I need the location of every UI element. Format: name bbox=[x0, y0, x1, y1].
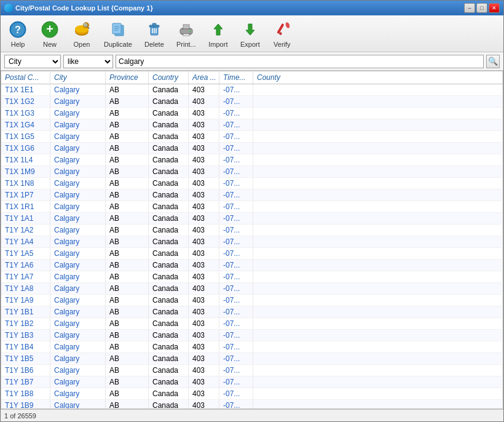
close-button[interactable]: ✕ bbox=[489, 3, 500, 13]
cell-postal[interactable]: T1Y 1A7 bbox=[1, 271, 50, 282]
cell-city[interactable]: Calgary bbox=[50, 225, 106, 236]
cell-postal[interactable]: T1X 1G5 bbox=[1, 131, 50, 142]
open-button[interactable]: 🔍 Open bbox=[68, 18, 95, 49]
col-header-country[interactable]: Country bbox=[149, 71, 189, 84]
search-operator-select[interactable]: like=starts withcontains bbox=[63, 55, 113, 68]
maximize-button[interactable]: □ bbox=[476, 3, 487, 13]
cell-time[interactable]: -07... bbox=[219, 213, 253, 224]
cell-time[interactable]: -07... bbox=[219, 96, 253, 107]
cell-time[interactable]: -07... bbox=[219, 400, 253, 408]
cell-time[interactable]: -07... bbox=[219, 341, 253, 352]
cell-postal[interactable]: T1Y 1A4 bbox=[1, 236, 50, 247]
cell-time[interactable]: -07... bbox=[219, 154, 253, 165]
cell-postal[interactable]: T1Y 1B2 bbox=[1, 318, 50, 329]
cell-city[interactable]: Calgary bbox=[50, 143, 106, 154]
cell-city[interactable]: Calgary bbox=[50, 108, 106, 119]
verify-button[interactable]: Verify bbox=[269, 18, 296, 49]
cell-time[interactable]: -07... bbox=[219, 388, 253, 399]
cell-postal[interactable]: T1Y 1B5 bbox=[1, 353, 50, 364]
print-button[interactable]: Print... bbox=[173, 18, 200, 49]
cell-postal[interactable]: T1Y 1A1 bbox=[1, 213, 50, 224]
cell-city[interactable]: Calgary bbox=[50, 341, 106, 352]
cell-city[interactable]: Calgary bbox=[50, 201, 106, 212]
col-header-county[interactable]: County bbox=[253, 71, 503, 84]
cell-time[interactable]: -07... bbox=[219, 166, 253, 177]
cell-time[interactable]: -07... bbox=[219, 108, 253, 119]
cell-city[interactable]: Calgary bbox=[50, 283, 106, 294]
col-header-city[interactable]: City bbox=[50, 71, 106, 84]
cell-postal[interactable]: T1Y 1A5 bbox=[1, 248, 50, 259]
cell-city[interactable]: Calgary bbox=[50, 376, 106, 388]
new-button[interactable]: + New bbox=[36, 18, 63, 49]
import-button[interactable]: Import bbox=[205, 18, 232, 49]
cell-postal[interactable]: T1Y 1B9 bbox=[1, 400, 50, 408]
col-header-province[interactable]: Province bbox=[106, 71, 149, 84]
col-header-area[interactable]: Area ... bbox=[189, 71, 219, 84]
cell-postal[interactable]: T1X 1L4 bbox=[1, 154, 50, 165]
cell-city[interactable]: Calgary bbox=[50, 388, 106, 399]
cell-postal[interactable]: T1Y 1B3 bbox=[1, 330, 50, 341]
search-field-select[interactable]: CityPostal CodeProvinceCountryArea CodeT… bbox=[4, 55, 61, 68]
cell-postal[interactable]: T1Y 1B6 bbox=[1, 365, 50, 376]
cell-city[interactable]: Calgary bbox=[50, 96, 106, 107]
col-header-postal[interactable]: Postal C... bbox=[1, 71, 50, 84]
cell-city[interactable]: Calgary bbox=[50, 318, 106, 329]
cell-postal[interactable]: T1Y 1A6 bbox=[1, 260, 50, 271]
cell-time[interactable]: -07... bbox=[219, 131, 253, 142]
col-header-time[interactable]: Time... bbox=[219, 71, 253, 84]
cell-city[interactable]: Calgary bbox=[50, 306, 106, 317]
cell-time[interactable]: -07... bbox=[219, 318, 253, 329]
cell-time[interactable]: -07... bbox=[219, 260, 253, 271]
cell-postal[interactable]: T1Y 1B4 bbox=[1, 341, 50, 352]
cell-time[interactable]: -07... bbox=[219, 143, 253, 154]
cell-time[interactable]: -07... bbox=[219, 365, 253, 376]
cell-city[interactable]: Calgary bbox=[50, 271, 106, 282]
cell-city[interactable]: Calgary bbox=[50, 84, 106, 95]
cell-city[interactable]: Calgary bbox=[50, 119, 106, 130]
cell-postal[interactable]: T1Y 1A9 bbox=[1, 295, 50, 306]
duplicate-button[interactable]: Duplicate bbox=[100, 18, 136, 49]
cell-city[interactable]: Calgary bbox=[50, 154, 106, 165]
cell-time[interactable]: -07... bbox=[219, 201, 253, 212]
cell-postal[interactable]: T1X 1R1 bbox=[1, 201, 50, 212]
cell-postal[interactable]: T1Y 1B8 bbox=[1, 388, 50, 399]
cell-postal[interactable]: T1X 1G6 bbox=[1, 143, 50, 154]
cell-time[interactable]: -07... bbox=[219, 84, 253, 95]
cell-postal[interactable]: T1X 1G2 bbox=[1, 96, 50, 107]
cell-time[interactable]: -07... bbox=[219, 295, 253, 306]
cell-time[interactable]: -07... bbox=[219, 376, 253, 388]
cell-postal[interactable]: T1X 1M9 bbox=[1, 166, 50, 177]
cell-city[interactable]: Calgary bbox=[50, 295, 106, 306]
cell-postal[interactable]: T1X 1G3 bbox=[1, 108, 50, 119]
search-button[interactable]: 🔍 bbox=[486, 55, 500, 68]
cell-city[interactable]: Calgary bbox=[50, 260, 106, 271]
cell-postal[interactable]: T1Y 1A8 bbox=[1, 283, 50, 294]
cell-city[interactable]: Calgary bbox=[50, 166, 106, 177]
cell-time[interactable]: -07... bbox=[219, 189, 253, 201]
search-input[interactable] bbox=[116, 55, 484, 68]
cell-postal[interactable]: T1X 1G4 bbox=[1, 119, 50, 130]
cell-city[interactable]: Calgary bbox=[50, 365, 106, 376]
cell-time[interactable]: -07... bbox=[219, 283, 253, 294]
cell-time[interactable]: -07... bbox=[219, 330, 253, 341]
cell-postal[interactable]: T1Y 1B7 bbox=[1, 376, 50, 388]
cell-time[interactable]: -07... bbox=[219, 248, 253, 259]
cell-time[interactable]: -07... bbox=[219, 236, 253, 247]
cell-postal[interactable]: T1X 1P7 bbox=[1, 189, 50, 201]
export-button[interactable]: Export bbox=[237, 18, 264, 49]
cell-time[interactable]: -07... bbox=[219, 119, 253, 130]
cell-time[interactable]: -07... bbox=[219, 353, 253, 364]
delete-button[interactable]: Delete bbox=[141, 18, 168, 49]
cell-time[interactable]: -07... bbox=[219, 306, 253, 317]
cell-city[interactable]: Calgary bbox=[50, 330, 106, 341]
cell-city[interactable]: Calgary bbox=[50, 213, 106, 224]
cell-postal[interactable]: T1Y 1A2 bbox=[1, 225, 50, 236]
cell-city[interactable]: Calgary bbox=[50, 400, 106, 408]
cell-city[interactable]: Calgary bbox=[50, 248, 106, 259]
minimize-button[interactable]: – bbox=[464, 3, 475, 13]
cell-time[interactable]: -07... bbox=[219, 271, 253, 282]
cell-postal[interactable]: T1Y 1B1 bbox=[1, 306, 50, 317]
help-button[interactable]: ? Help bbox=[4, 18, 31, 49]
cell-city[interactable]: Calgary bbox=[50, 236, 106, 247]
cell-postal[interactable]: T1X 1E1 bbox=[1, 84, 50, 95]
